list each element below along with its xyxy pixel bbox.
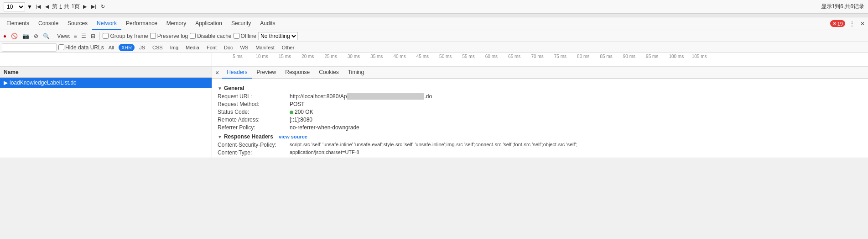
page-label: 第 [52, 3, 57, 11]
hide-data-urls-label[interactable]: Hide data URLs [58, 44, 104, 51]
error-icon: ⊗ [832, 21, 837, 27]
filter-input[interactable] [2, 43, 57, 52]
preserve-log-checkbox[interactable] [150, 33, 156, 39]
network-row[interactable]: ▶ loadKnowledgeLabelList.do [0, 78, 212, 88]
group-by-frame-label[interactable]: Group by frame [103, 33, 148, 39]
tick-label: 90 ms [622, 53, 635, 59]
filter-xhr-button[interactable]: XHR [119, 44, 135, 51]
preserve-log-text: Preserve log [157, 33, 188, 39]
tick-label: 85 ms [599, 53, 612, 59]
offline-checkbox[interactable] [234, 33, 239, 39]
throttle-select[interactable]: No throttling Fast 3G Slow 3G Offline [258, 32, 298, 40]
per-page-select[interactable]: 10 20 50 100 [4, 2, 25, 11]
tick-label: 30 ms [347, 53, 360, 59]
tab-audits[interactable]: Audits [255, 17, 280, 30]
filter-doc-button[interactable]: Doc [221, 44, 236, 51]
collapse-triangle: ▼ [218, 86, 222, 91]
request-method-row: Request Method: POST [218, 101, 863, 107]
error-badge: ⊗ 19 [830, 20, 845, 27]
csp-value: script-src 'self' 'unsafe-inline' 'unsaf… [290, 142, 577, 148]
request-url-key: Request URL: [218, 93, 286, 100]
filter-ws-button[interactable]: WS [238, 44, 251, 51]
request-method-value: POST [290, 101, 305, 107]
tick-label: 55 ms [461, 53, 474, 59]
group-by-frame-text: Group by frame [110, 33, 148, 39]
request-method-key: Request Method: [218, 101, 286, 107]
tab-sources[interactable]: Sources [63, 17, 92, 30]
clear-button[interactable]: 🚫 [10, 32, 19, 40]
timeline-ruler-bar: 5 ms 10 ms 15 ms 20 ms 25 ms 30 ms 35 ms… [0, 53, 868, 67]
filter-css-button[interactable]: CSS [150, 44, 166, 51]
filter-bar: Hide data URLs All XHR JS CSS Img Media … [0, 42, 868, 53]
filter-js-button[interactable]: JS [136, 44, 148, 51]
offline-label[interactable]: Offline [234, 33, 256, 39]
group-by-frame-checkbox[interactable] [103, 33, 109, 39]
devtools-more-button[interactable]: ⋮ [848, 20, 856, 28]
next-page-button[interactable]: ▶ [82, 3, 88, 10]
offline-text: Offline [241, 33, 256, 39]
view-source-link[interactable]: view source [279, 134, 307, 139]
devtools-close-button[interactable]: ✕ [859, 20, 866, 28]
details-close-button[interactable]: × [214, 68, 220, 77]
detail-tab-response[interactable]: Response [281, 67, 314, 79]
csp-row: Content-Security-Policy: script-src 'sel… [218, 142, 863, 148]
tick-label: 80 ms [576, 53, 589, 59]
page-separator: 共 [64, 3, 69, 11]
tab-performance[interactable]: Performance [121, 17, 162, 30]
filter-media-button[interactable]: Media [183, 44, 202, 51]
status-dot [290, 111, 293, 114]
detail-tab-preview[interactable]: Preview [252, 67, 281, 79]
tab-application[interactable]: Application [191, 17, 227, 30]
tick-label: 65 ms [507, 53, 520, 59]
preserve-log-label[interactable]: Preserve log [150, 33, 188, 39]
hide-data-urls-text: Hide data URLs [65, 44, 104, 51]
content-type-row: Content-Type: application/json;charset=U… [218, 149, 863, 156]
timeline-name-col [0, 53, 212, 66]
filter-all-button[interactable]: All [106, 44, 117, 51]
detail-tab-cookies[interactable]: Cookies [314, 67, 343, 79]
separator-1 [54, 32, 54, 40]
main-area: Name ▶ loadKnowledgeLabelList.do × Heade… [0, 67, 868, 158]
view-list-button[interactable]: ≡ [72, 32, 78, 40]
tick-label: 95 ms [645, 53, 658, 59]
tab-memory[interactable]: Memory [162, 17, 191, 30]
view-filter-button[interactable]: ⊟ [89, 32, 97, 40]
referrer-policy-row: Referrer Policy: no-referrer-when-downgr… [218, 124, 863, 131]
tick-label: 40 ms [392, 53, 405, 59]
disable-cache-checkbox[interactable] [190, 33, 196, 39]
view-large-button[interactable]: ☰ [80, 32, 88, 40]
filter-font-button[interactable]: Font [204, 44, 219, 51]
screenshot-button[interactable]: 📷 [21, 32, 31, 40]
last-page-button[interactable]: ▶| [90, 3, 98, 10]
blurred-url: ████████████████████ [347, 93, 424, 100]
tab-elements[interactable]: Elements [2, 17, 34, 30]
prev-page-button[interactable]: ◀ [44, 3, 50, 10]
tick-label: 5 ms [232, 53, 243, 59]
filter-manifest-button[interactable]: Manifest [253, 44, 277, 51]
disable-cache-label[interactable]: Disable cache [190, 33, 231, 39]
first-page-button[interactable]: |◀ [34, 3, 42, 10]
view-label: View: [57, 33, 70, 39]
details-tabs: × Headers Preview Response Cookies Timin… [212, 67, 868, 79]
record-button[interactable]: ● [2, 32, 8, 40]
row-label: loadKnowledgeLabelList.do [10, 80, 77, 86]
filter-button[interactable]: ⊘ [32, 32, 40, 40]
status-code-row: Status Code: 200 OK [218, 109, 863, 115]
tab-security[interactable]: Security [227, 17, 255, 30]
remote-address-value: [::1]:8080 [290, 117, 312, 123]
devtools-toolbar: Elements Console Sources Network Perform… [0, 17, 868, 30]
detail-tab-timing[interactable]: Timing [343, 67, 369, 79]
search-button[interactable]: 🔍 [42, 32, 51, 40]
filter-img-button[interactable]: Img [167, 44, 181, 51]
filter-other-button[interactable]: Other [279, 44, 297, 51]
tab-network[interactable]: Network [92, 17, 121, 30]
tick-label: 100 ms [668, 53, 684, 59]
detail-tab-headers[interactable]: Headers [222, 67, 252, 79]
hide-data-urls-checkbox[interactable] [58, 44, 64, 50]
disable-cache-text: Disable cache [197, 33, 231, 39]
remote-address-row: Remote Address: [::1]:8080 [218, 117, 863, 123]
refresh-button[interactable]: ↻ [99, 3, 106, 10]
tab-console[interactable]: Console [34, 17, 63, 30]
request-url-row: Request URL: http://localhost:8080/Ap███… [218, 93, 863, 100]
response-headers-label: Response Headers [224, 133, 273, 140]
